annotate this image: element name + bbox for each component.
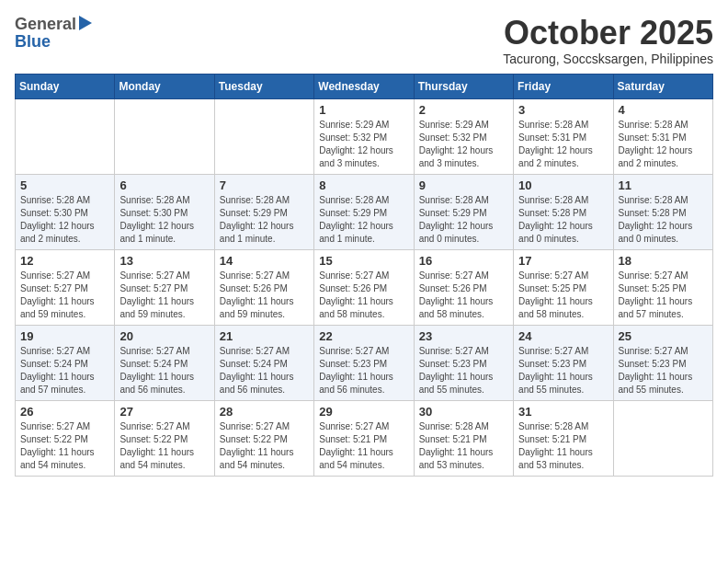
calendar-table: Sunday Monday Tuesday Wednesday Thursday… [15, 74, 713, 477]
table-row: 15Sunrise: 5:27 AM Sunset: 5:26 PM Dayli… [314, 249, 414, 325]
logo: General Blue [15, 15, 92, 52]
day-number: 18 [619, 254, 708, 268]
table-row: 5Sunrise: 5:28 AM Sunset: 5:30 PM Daylig… [16, 174, 115, 249]
day-info: Sunrise: 5:27 AM Sunset: 5:23 PM Dayligh… [319, 345, 408, 396]
table-row: 19Sunrise: 5:27 AM Sunset: 5:24 PM Dayli… [16, 325, 115, 400]
table-row: 23Sunrise: 5:27 AM Sunset: 5:23 PM Dayli… [414, 325, 513, 400]
table-row: 17Sunrise: 5:27 AM Sunset: 5:25 PM Dayli… [514, 249, 613, 325]
day-info: Sunrise: 5:27 AM Sunset: 5:23 PM Dayligh… [518, 345, 608, 396]
day-info: Sunrise: 5:28 AM Sunset: 5:30 PM Dayligh… [119, 194, 209, 246]
day-number: 29 [319, 405, 408, 419]
day-number: 5 [20, 178, 109, 192]
calendar-week-row: 12Sunrise: 5:27 AM Sunset: 5:27 PM Dayli… [16, 249, 713, 325]
day-info: Sunrise: 5:27 AM Sunset: 5:23 PM Dayligh… [619, 345, 708, 396]
day-number: 11 [619, 178, 708, 192]
day-info: Sunrise: 5:27 AM Sunset: 5:22 PM Dayligh… [20, 420, 109, 472]
page-header: General Blue October 2025 Tacurong, Socc… [15, 15, 713, 66]
day-number: 7 [220, 178, 309, 192]
table-row: 29Sunrise: 5:27 AM Sunset: 5:21 PM Dayli… [314, 400, 414, 476]
day-number: 12 [20, 254, 109, 268]
day-info: Sunrise: 5:28 AM Sunset: 5:28 PM Dayligh… [619, 194, 708, 246]
day-info: Sunrise: 5:27 AM Sunset: 5:22 PM Dayligh… [220, 420, 309, 472]
day-info: Sunrise: 5:27 AM Sunset: 5:25 PM Dayligh… [619, 270, 708, 321]
day-info: Sunrise: 5:28 AM Sunset: 5:31 PM Dayligh… [619, 119, 708, 170]
day-number: 8 [319, 178, 408, 192]
day-info: Sunrise: 5:27 AM Sunset: 5:26 PM Dayligh… [319, 270, 408, 321]
header-monday: Monday [115, 74, 214, 98]
table-row: 21Sunrise: 5:27 AM Sunset: 5:24 PM Dayli… [214, 325, 313, 400]
table-row: 27Sunrise: 5:27 AM Sunset: 5:22 PM Dayli… [115, 400, 214, 476]
table-row: 22Sunrise: 5:27 AM Sunset: 5:23 PM Dayli… [314, 325, 414, 400]
table-row: 28Sunrise: 5:27 AM Sunset: 5:22 PM Dayli… [214, 400, 313, 476]
day-info: Sunrise: 5:27 AM Sunset: 5:23 PM Dayligh… [419, 345, 508, 396]
day-info: Sunrise: 5:29 AM Sunset: 5:32 PM Dayligh… [419, 119, 508, 170]
day-info: Sunrise: 5:27 AM Sunset: 5:26 PM Dayligh… [220, 270, 309, 321]
table-row: 12Sunrise: 5:27 AM Sunset: 5:27 PM Dayli… [16, 249, 115, 325]
table-row: 7Sunrise: 5:28 AM Sunset: 5:29 PM Daylig… [214, 174, 313, 249]
day-number: 9 [419, 178, 508, 192]
calendar-week-row: 1Sunrise: 5:29 AM Sunset: 5:32 PM Daylig… [16, 98, 713, 174]
day-info: Sunrise: 5:28 AM Sunset: 5:31 PM Dayligh… [518, 119, 608, 170]
day-number: 6 [119, 178, 209, 192]
logo-general: General [15, 15, 76, 34]
logo-blue: Blue [15, 32, 92, 52]
day-number: 16 [419, 254, 508, 268]
day-number: 2 [419, 103, 508, 117]
day-info: Sunrise: 5:27 AM Sunset: 5:22 PM Dayligh… [119, 420, 209, 472]
calendar-week-row: 26Sunrise: 5:27 AM Sunset: 5:22 PM Dayli… [16, 400, 713, 476]
logo-text: General Blue [15, 15, 92, 52]
header-saturday: Saturday [613, 74, 712, 98]
table-row: 14Sunrise: 5:27 AM Sunset: 5:26 PM Dayli… [214, 249, 313, 325]
location-subtitle: Tacurong, Soccsksargen, Philippines [503, 52, 713, 66]
day-number: 4 [619, 103, 708, 117]
month-title: October 2025 [503, 15, 713, 52]
table-row: 26Sunrise: 5:27 AM Sunset: 5:22 PM Dayli… [16, 400, 115, 476]
day-info: Sunrise: 5:27 AM Sunset: 5:27 PM Dayligh… [20, 270, 109, 321]
table-row: 2Sunrise: 5:29 AM Sunset: 5:32 PM Daylig… [414, 98, 513, 174]
day-info: Sunrise: 5:27 AM Sunset: 5:24 PM Dayligh… [119, 345, 209, 396]
day-number: 23 [419, 329, 508, 343]
day-number: 1 [319, 103, 408, 117]
day-number: 22 [319, 329, 408, 343]
header-friday: Friday [514, 74, 613, 98]
day-number: 31 [518, 405, 608, 419]
day-info: Sunrise: 5:29 AM Sunset: 5:32 PM Dayligh… [319, 119, 408, 170]
day-info: Sunrise: 5:28 AM Sunset: 5:29 PM Dayligh… [319, 194, 408, 246]
table-row: 31Sunrise: 5:28 AM Sunset: 5:21 PM Dayli… [514, 400, 613, 476]
day-info: Sunrise: 5:27 AM Sunset: 5:26 PM Dayligh… [419, 270, 508, 321]
day-info: Sunrise: 5:28 AM Sunset: 5:21 PM Dayligh… [518, 420, 608, 472]
header-sunday: Sunday [16, 74, 115, 98]
day-number: 14 [220, 254, 309, 268]
day-number: 26 [20, 405, 109, 419]
header-tuesday: Tuesday [214, 74, 313, 98]
title-section: October 2025 Tacurong, Soccsksargen, Phi… [503, 15, 713, 66]
table-row: 11Sunrise: 5:28 AM Sunset: 5:28 PM Dayli… [613, 174, 712, 249]
day-info: Sunrise: 5:28 AM Sunset: 5:28 PM Dayligh… [518, 194, 608, 246]
day-number: 10 [518, 178, 608, 192]
day-number: 30 [419, 405, 508, 419]
day-info: Sunrise: 5:28 AM Sunset: 5:21 PM Dayligh… [419, 420, 508, 472]
table-row [214, 98, 313, 174]
table-row: 16Sunrise: 5:27 AM Sunset: 5:26 PM Dayli… [414, 249, 513, 325]
table-row: 1Sunrise: 5:29 AM Sunset: 5:32 PM Daylig… [314, 98, 414, 174]
day-info: Sunrise: 5:28 AM Sunset: 5:30 PM Dayligh… [20, 194, 109, 246]
day-info: Sunrise: 5:27 AM Sunset: 5:21 PM Dayligh… [319, 420, 408, 472]
table-row: 9Sunrise: 5:28 AM Sunset: 5:29 PM Daylig… [414, 174, 513, 249]
day-number: 24 [518, 329, 608, 343]
day-number: 17 [518, 254, 608, 268]
day-number: 15 [319, 254, 408, 268]
table-row: 24Sunrise: 5:27 AM Sunset: 5:23 PM Dayli… [514, 325, 613, 400]
day-number: 20 [119, 329, 209, 343]
table-row: 30Sunrise: 5:28 AM Sunset: 5:21 PM Dayli… [414, 400, 513, 476]
logo-arrow-icon [79, 16, 92, 30]
day-info: Sunrise: 5:27 AM Sunset: 5:24 PM Dayligh… [220, 345, 309, 396]
day-info: Sunrise: 5:28 AM Sunset: 5:29 PM Dayligh… [419, 194, 508, 246]
table-row [16, 98, 115, 174]
calendar-week-row: 5Sunrise: 5:28 AM Sunset: 5:30 PM Daylig… [16, 174, 713, 249]
table-row: 6Sunrise: 5:28 AM Sunset: 5:30 PM Daylig… [115, 174, 214, 249]
table-row [115, 98, 214, 174]
table-row [613, 400, 712, 476]
day-number: 3 [518, 103, 608, 117]
table-row: 20Sunrise: 5:27 AM Sunset: 5:24 PM Dayli… [115, 325, 214, 400]
day-info: Sunrise: 5:27 AM Sunset: 5:24 PM Dayligh… [20, 345, 109, 396]
